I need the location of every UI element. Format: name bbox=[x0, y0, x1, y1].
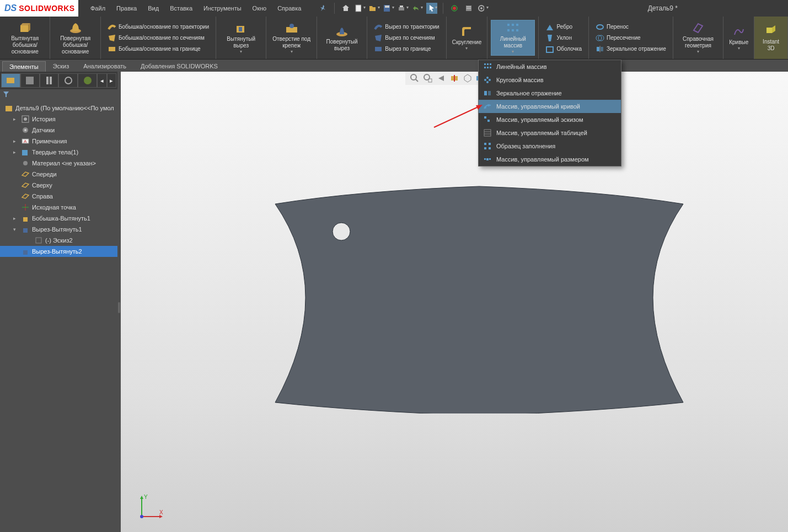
draft-icon bbox=[545, 34, 554, 42]
boundary-boss-button[interactable]: Бобышка/основание на границе bbox=[106, 44, 210, 54]
pattern-menu-item[interactable]: Массив, управляемый таблицей bbox=[479, 126, 621, 139]
section-view-icon[interactable] bbox=[448, 72, 460, 84]
curves-button[interactable]: Кривые ▾ bbox=[727, 24, 751, 52]
tree-tab-config[interactable] bbox=[40, 73, 59, 88]
print-icon[interactable] bbox=[398, 3, 409, 14]
tree-tab-display[interactable] bbox=[78, 73, 97, 88]
tab-addins[interactable]: Добавления SOLIDWORKS bbox=[133, 61, 225, 72]
save-icon[interactable] bbox=[383, 3, 394, 14]
options-icon[interactable] bbox=[463, 3, 474, 14]
linear-pattern-button[interactable]: Линейный массив ▾ bbox=[491, 20, 535, 56]
tree-item[interactable]: Материал <не указан> bbox=[0, 158, 117, 169]
pattern-menu-item[interactable]: Массив, управляемый размером bbox=[479, 153, 621, 166]
rebuild-icon[interactable] bbox=[449, 3, 460, 14]
dropdown-arrow-icon[interactable]: ▾ bbox=[697, 49, 699, 54]
undo-icon[interactable] bbox=[412, 3, 423, 14]
tree-item[interactable]: ▾Вырез-Вытянуть1 bbox=[0, 224, 117, 235]
open-file-icon[interactable] bbox=[369, 3, 380, 14]
zoom-fit-icon[interactable] bbox=[409, 72, 421, 84]
lofted-cut-button[interactable]: Вырез по сечениям bbox=[373, 33, 440, 43]
tree-item[interactable]: Спереди bbox=[0, 169, 117, 180]
extruded-boss-label: Вытянутая бобышка/основание bbox=[6, 35, 44, 55]
menu-window[interactable]: Окно bbox=[247, 0, 272, 17]
pattern-menu-item[interactable]: Массив, управляемый кривой bbox=[479, 100, 621, 113]
tree-tab-next[interactable]: ▸ bbox=[107, 73, 116, 88]
svg-point-80 bbox=[486, 81, 489, 83]
tree-item[interactable]: ▸Бобышка-Вытянуть1 bbox=[0, 213, 117, 224]
view-orientation-icon[interactable] bbox=[462, 72, 474, 84]
svg-rect-25 bbox=[512, 29, 514, 31]
menu-file[interactable]: Файл bbox=[85, 0, 111, 17]
svg-point-78 bbox=[486, 77, 489, 79]
pattern-type-icon bbox=[483, 102, 492, 111]
tree-tab-property[interactable] bbox=[20, 73, 40, 88]
tree-item[interactable]: Справа bbox=[0, 191, 117, 202]
tree-tab-prev[interactable]: ◂ bbox=[97, 73, 106, 88]
viewport-3d[interactable]: ▾ ▾ Y X bbox=[121, 72, 788, 532]
mirror-button[interactable]: Зеркальное отражение bbox=[594, 44, 667, 54]
dropdown-arrow-icon[interactable]: ▾ bbox=[291, 49, 293, 54]
model-part[interactable] bbox=[270, 182, 689, 413]
wrap-button[interactable]: Перенос bbox=[594, 22, 667, 32]
tree-item[interactable]: ▸Твердые тела(1) bbox=[0, 147, 117, 158]
dropdown-arrow-icon[interactable]: ▾ bbox=[738, 46, 740, 51]
tree-item[interactable]: Сверху bbox=[0, 180, 117, 191]
revolved-boss-button[interactable]: Повернутая бобышка/основание bbox=[53, 20, 97, 56]
pattern-menu-item[interactable]: Образец заполнения bbox=[479, 139, 621, 153]
expand-icon[interactable]: ▸ bbox=[13, 116, 19, 122]
menu-help[interactable]: Справка bbox=[272, 0, 307, 17]
pattern-menu-item[interactable]: Массив, управляемый эскизом bbox=[479, 113, 621, 126]
previous-view-icon[interactable] bbox=[435, 72, 447, 84]
expand-icon[interactable]: ▸ bbox=[13, 149, 19, 155]
extruded-boss-button[interactable]: Вытянутая бобышка/основание bbox=[3, 20, 46, 56]
extruded-cut-button[interactable]: Вытянутый вырез ▾ bbox=[219, 20, 262, 55]
swept-cut-button[interactable]: Вырез по траектории bbox=[373, 22, 440, 32]
tree-item[interactable]: ▸AПримечания bbox=[0, 136, 117, 147]
tree-item[interactable]: ▸История bbox=[0, 114, 117, 125]
tree-item[interactable]: Датчики bbox=[0, 125, 117, 136]
dropdown-arrow-icon[interactable]: ▾ bbox=[512, 49, 514, 54]
tree-item[interactable]: Исходная точка bbox=[0, 202, 117, 213]
tree-root[interactable]: Деталь9 (По умолчанию<<По умол bbox=[0, 103, 117, 114]
swept-boss-button[interactable]: Бобышка/основание по траектории bbox=[106, 22, 210, 32]
expand-icon[interactable]: ▸ bbox=[13, 138, 19, 144]
expand-icon[interactable]: ▸ bbox=[13, 216, 19, 221]
tab-analyze[interactable]: Анализировать bbox=[76, 61, 133, 72]
tree-item[interactable]: Вырез-Вытянуть2 bbox=[0, 246, 117, 257]
select-icon[interactable] bbox=[426, 3, 437, 14]
shell-button[interactable]: Оболочка bbox=[544, 44, 583, 54]
pin-icon[interactable] bbox=[318, 3, 329, 14]
fillet-button[interactable]: Скругление ▾ bbox=[450, 24, 484, 52]
tree-tab-dimxpert[interactable] bbox=[58, 73, 78, 88]
config-icon bbox=[44, 76, 54, 85]
instant3d-button[interactable]: Instant 3D bbox=[758, 23, 784, 53]
tab-features[interactable]: Элементы bbox=[2, 61, 46, 72]
svg-rect-24 bbox=[507, 29, 510, 31]
boundary-cut-button[interactable]: Вырез по границе bbox=[373, 44, 440, 54]
menu-tools[interactable]: Инструменты bbox=[198, 0, 247, 17]
tree-tab-feature[interactable] bbox=[1, 73, 20, 88]
lofted-boss-button[interactable]: Бобышка/основание по сечениям bbox=[106, 33, 210, 43]
pattern-menu-item[interactable]: Линейный массив bbox=[479, 60, 621, 73]
zoom-area-icon[interactable] bbox=[422, 72, 434, 84]
intersect-button[interactable]: Пересечение bbox=[594, 33, 667, 43]
draft-button[interactable]: Уклон bbox=[544, 33, 583, 43]
tree-item[interactable]: (-) Эскиз2 bbox=[0, 235, 117, 246]
menu-insert[interactable]: Вставка bbox=[164, 0, 198, 17]
expand-icon[interactable]: ▾ bbox=[13, 227, 19, 232]
pattern-menu-item[interactable]: Круговой массив bbox=[479, 73, 621, 87]
new-file-icon[interactable] bbox=[355, 3, 366, 14]
revolved-cut-button[interactable]: Повернутый вырез bbox=[320, 23, 363, 53]
ref-geometry-button[interactable]: Справочная геометрия ▾ bbox=[677, 20, 720, 55]
menu-view[interactable]: Вид bbox=[142, 0, 164, 17]
home-icon[interactable] bbox=[340, 3, 351, 14]
pattern-menu-item[interactable]: Зеркальное отражение bbox=[479, 87, 621, 100]
tab-sketch[interactable]: Эскиз bbox=[46, 61, 76, 72]
dropdown-arrow-icon[interactable]: ▾ bbox=[465, 46, 468, 51]
tree-filter[interactable] bbox=[0, 89, 117, 101]
settings-gear-icon[interactable] bbox=[478, 3, 489, 14]
rib-button[interactable]: Ребро bbox=[544, 22, 583, 32]
hole-wizard-button[interactable]: Отверстие под крепеж ▾ bbox=[270, 20, 313, 55]
dropdown-arrow-icon[interactable]: ▾ bbox=[240, 49, 242, 54]
menu-edit[interactable]: Правка bbox=[111, 0, 142, 17]
